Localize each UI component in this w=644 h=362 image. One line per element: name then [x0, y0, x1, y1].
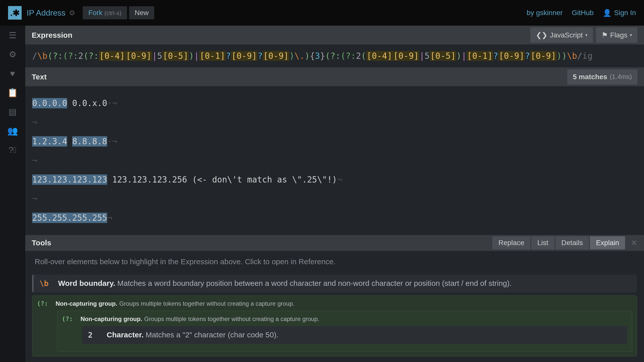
author-link[interactable]: gskinner: [536, 9, 563, 17]
flags-select[interactable]: ⚑ Flags ▾: [596, 27, 637, 43]
expression-title: Expression: [32, 31, 72, 39]
tab-details[interactable]: Details: [555, 236, 589, 249]
tab-replace[interactable]: Replace: [492, 236, 530, 249]
user-icon: 👤: [603, 9, 612, 17]
clipboard-icon[interactable]: 📋: [8, 87, 18, 98]
fork-button[interactable]: Fork (ctrl-s): [83, 6, 127, 19]
author-credit: by gskinner: [527, 9, 562, 17]
sidebar: ☰ ⚙ ♥ 📋 ▤ 👥 ?⃝: [0, 26, 25, 362]
explain-group[interactable]: (?: Non-capturing group.Groups multiple …: [57, 311, 632, 352]
text-title: Text: [32, 73, 47, 81]
expression-input[interactable]: /\b(?:(?:2(?:[0-4][0-9]|5[0-5])|[0-1]?[0…: [25, 44, 644, 67]
explain-hint: Roll-over elements below to highlight in…: [32, 257, 637, 266]
explain-row[interactable]: \b Word boundary.Matches a word boundary…: [32, 275, 637, 292]
heart-icon[interactable]: ♥: [8, 68, 18, 78]
logo[interactable]: .✱: [8, 6, 22, 20]
code-icon: ❮❯: [536, 31, 547, 39]
new-button[interactable]: New: [129, 6, 154, 19]
signin-link[interactable]: 👤 Sign In: [603, 9, 636, 17]
chevron-down-icon: ▾: [585, 33, 587, 37]
github-link[interactable]: GitHub: [572, 9, 594, 17]
expression-header: Expression ❮❯ JavaScript ▾ ⚑ Flags ▾: [25, 26, 644, 44]
chevron-down-icon: ▾: [630, 33, 632, 37]
explain-row[interactable]: 2 Character.Matches a "2" character (cha…: [82, 326, 627, 344]
text-input[interactable]: 0.0.0.0 0.0.x.0·¬¬1.2.3.4 8.8.8.8·¬¬123.…: [25, 86, 644, 235]
help-icon[interactable]: ?⃝: [8, 145, 18, 155]
match-count-badge: 5 matches (1.4ms): [567, 69, 637, 84]
menu-icon[interactable]: ☰: [8, 30, 18, 40]
reference-icon[interactable]: ▤: [8, 107, 18, 117]
gear-icon[interactable]: ⚙: [8, 49, 18, 59]
gear-icon[interactable]: ⚙: [69, 9, 75, 17]
close-icon[interactable]: ✕: [631, 238, 637, 248]
fork-hint: (ctrl-s): [104, 10, 122, 16]
text-header: Text 5 matches (1.4ms): [25, 67, 644, 86]
tools-title: Tools: [32, 239, 51, 247]
community-icon[interactable]: 👥: [8, 126, 18, 136]
tools-header: Tools ReplaceListDetailsExplain ✕: [25, 235, 644, 251]
tab-list[interactable]: List: [531, 236, 554, 249]
tab-explain[interactable]: Explain: [590, 236, 625, 249]
fork-label: Fork: [88, 9, 102, 17]
pattern-title: IP Address: [27, 8, 65, 18]
explain-group[interactable]: (?: Non-capturing group.Groups multiple …: [32, 295, 637, 356]
explain-pane: Roll-over elements below to highlight in…: [25, 251, 644, 362]
flag-icon: ⚑: [601, 31, 608, 39]
engine-select[interactable]: ❮❯ JavaScript ▾: [530, 27, 593, 43]
